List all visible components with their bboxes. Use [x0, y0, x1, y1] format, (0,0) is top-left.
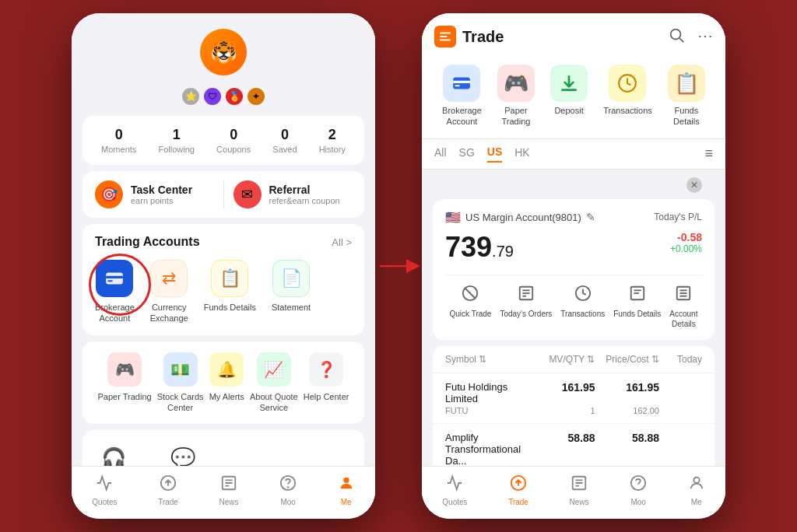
task-center[interactable]: 🎯 Task Center earn points	[95, 180, 214, 208]
left-bottom-nav: Quotes Trade	[72, 466, 375, 519]
task-center-icon: 🎯	[95, 180, 123, 208]
all-link[interactable]: All >	[332, 236, 352, 248]
tab-hk[interactable]: HK	[514, 146, 529, 162]
more-button[interactable]: ⋯	[697, 26, 713, 47]
balance-main: 739.79	[445, 231, 514, 263]
right-bottom-nav: Quotes Trade	[422, 466, 725, 519]
top-deposit-icon	[550, 65, 588, 102]
top-brokerage-button[interactable]: BrokerageAccount	[442, 65, 482, 128]
balance-display: 739.79	[445, 231, 514, 264]
help-center-icon: ❓	[309, 352, 343, 387]
trade-top-icons: BrokerageAccount 🎮 PaperTrading	[434, 57, 713, 135]
account-details-button[interactable]: AccountDetails	[669, 285, 697, 329]
right-nav-moo[interactable]: Moo	[630, 474, 647, 506]
task-center-subtitle: earn points	[131, 196, 192, 205]
right-trade-icon	[510, 474, 527, 495]
badge-row: ⭐ 🛡 🏅 ✦	[72, 83, 375, 110]
referral[interactable]: ✉ Referral refer&earn coupon	[233, 180, 353, 208]
right-nav-me[interactable]: Me	[688, 474, 705, 506]
currency-exchange-button[interactable]: ⇄ CurrencyExchange	[150, 260, 188, 324]
statement-label: Statement	[272, 302, 311, 313]
badge-red: 🏅	[226, 88, 243, 105]
table-row[interactable]: Futu Holdings Limited 161.95 161.95 FUTU…	[433, 373, 714, 424]
funds-details-button[interactable]: 📋 Funds Details	[204, 260, 256, 324]
nav-news[interactable]: News	[219, 474, 239, 506]
my-alerts-button[interactable]: 🔔 My Alerts	[209, 352, 244, 414]
col-price: Price/Cost ⇅	[595, 354, 660, 365]
stock-cards-icon: 💵	[163, 352, 198, 387]
funds-details-icon: 📋	[211, 260, 248, 297]
stat-saved[interactable]: 0 Saved	[272, 127, 297, 154]
nav-news-label: News	[219, 498, 239, 506]
statement-button[interactable]: 📄 Statement	[272, 260, 311, 324]
futu-logo	[434, 26, 456, 47]
nav-trade[interactable]: Trade	[158, 474, 178, 506]
stock-cards-label: Stock CardsCenter	[157, 391, 204, 414]
top-paper-trading-button[interactable]: 🎮 PaperTrading	[497, 65, 535, 128]
stat-moments[interactable]: 0 Moments	[101, 127, 136, 154]
stat-history[interactable]: 2 History	[319, 127, 346, 154]
tab-sg[interactable]: SG	[459, 146, 475, 162]
right-news-icon	[571, 474, 588, 495]
top-transactions-icon	[609, 65, 646, 102]
help-center-button[interactable]: ❓ Help Center	[304, 352, 349, 414]
brokerage-account-button[interactable]: BrokerageAccount	[95, 260, 135, 324]
right-nav-news[interactable]: News	[570, 474, 589, 506]
todays-orders-icon	[518, 285, 535, 306]
svg-line-14	[679, 38, 683, 42]
avatar-section: 🐯	[72, 13, 375, 83]
right-nav-quotes-label: Quotes	[442, 498, 467, 506]
todays-orders-label: Today's Orders	[500, 309, 552, 319]
col-today: Today	[659, 354, 702, 365]
tab-all[interactable]: All	[434, 146, 447, 162]
right-nav-quotes[interactable]: Quotes	[442, 474, 467, 506]
funds-details-acct-button[interactable]: Funds Details	[613, 285, 661, 329]
right-nav-trade-label: Trade	[508, 498, 528, 506]
transactions-label: Transactions	[560, 309, 605, 319]
top-transactions-button[interactable]: Transactions	[603, 65, 652, 128]
tab-us[interactable]: US	[487, 145, 502, 163]
promo-row: 🎯 Task Center earn points ✉ Referral ref…	[83, 171, 364, 218]
left-phone: 🐯 ⭐ 🛡 🏅 ✦ 0 Moments 1 Following	[72, 13, 375, 519]
edit-icon[interactable]: ✎	[586, 211, 595, 223]
nav-moo[interactable]: Moo	[279, 474, 297, 506]
account-details-label: AccountDetails	[669, 309, 697, 329]
paper-trading-button[interactable]: 🎮 Paper Trading	[98, 352, 152, 414]
nav-quotes[interactable]: Quotes	[92, 474, 117, 506]
todays-orders-button[interactable]: Today's Orders	[500, 285, 552, 329]
top-paper-trading-icon: 🎮	[497, 65, 535, 102]
col-mv: MV/QTY ⇅	[531, 354, 595, 365]
search-button[interactable]	[668, 26, 685, 47]
help-center-label: Help Center	[304, 391, 349, 402]
stat-following[interactable]: 1 Following	[158, 127, 194, 154]
close-notification-button[interactable]: ✕	[686, 177, 702, 193]
avatar: 🐯	[200, 29, 247, 75]
balance-decimal: .79	[492, 243, 514, 260]
paper-trading-icon: 🎮	[107, 352, 142, 387]
stock-cards-button[interactable]: 💵 Stock CardsCenter	[157, 352, 204, 414]
referral-subtitle: refer&earn coupon	[269, 196, 340, 205]
right-nav-trade[interactable]: Trade	[508, 474, 528, 506]
account-title: US Margin Account(9801)	[465, 212, 581, 223]
right-phone: Trade ⋯	[422, 13, 725, 519]
top-deposit-button[interactable]: Deposit	[550, 65, 588, 128]
pnl-label: Today's P/L	[654, 212, 702, 222]
funds-details-acct-icon	[629, 285, 646, 306]
about-quote-button[interactable]: 📈 About QuoteService	[250, 352, 298, 414]
pnl-percent: +0.00%	[670, 243, 702, 254]
transactions-button[interactable]: Transactions	[560, 285, 605, 329]
nav-me-label: Me	[341, 498, 352, 506]
quick-trade-button[interactable]: Quick Trade	[449, 285, 491, 329]
top-brokerage-label: BrokerageAccount	[442, 105, 482, 128]
futu-today-sub	[659, 406, 702, 415]
about-quote-label: About QuoteService	[250, 391, 298, 414]
filter-icon[interactable]: ≡	[704, 145, 713, 162]
blok-price: 58.88	[595, 432, 660, 467]
account-card: 🇺🇸 US Margin Account(9801) ✎ Today's P/L…	[433, 199, 714, 340]
nav-me[interactable]: Me	[338, 474, 355, 506]
top-funds-button[interactable]: 📋 FundsDetails	[668, 65, 705, 128]
me-icon	[338, 474, 355, 495]
transactions-icon	[574, 285, 592, 306]
stat-coupons[interactable]: 0 Coupons	[216, 127, 251, 154]
badge-gray: ⭐	[182, 88, 199, 105]
